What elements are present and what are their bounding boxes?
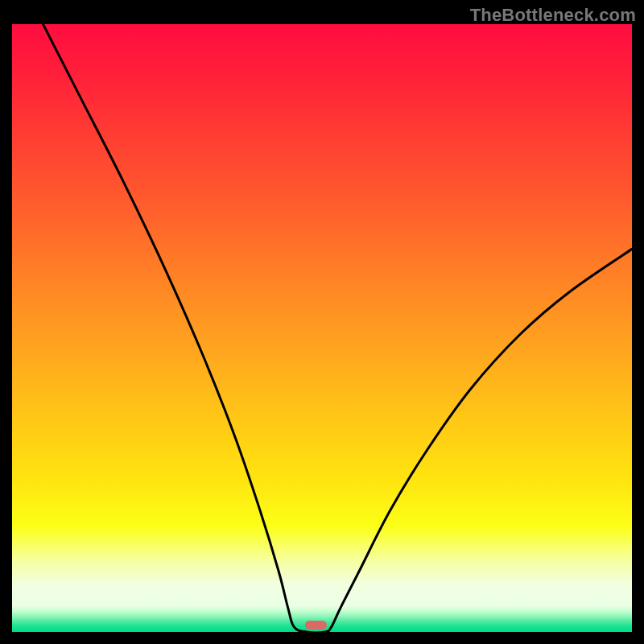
gradient-upper [12,24,632,608]
watermark-text: TheBottleneck.com [470,5,636,26]
chart-frame: TheBottleneck.com [0,0,644,644]
plot-area [12,24,632,632]
severity-gradient [12,24,632,632]
optimal-marker [305,621,327,630]
